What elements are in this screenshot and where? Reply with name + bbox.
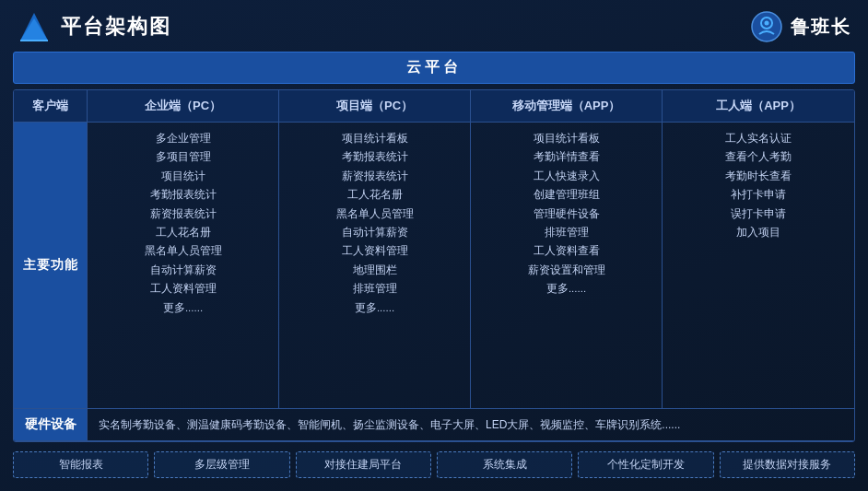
col-header-client: 客户端 [14,90,88,122]
list-item: 工人实名认证 [668,130,849,146]
col-header-enterprise: 企业端（PC） [88,90,279,122]
list-item: 更多...... [476,280,656,297]
list-item: 工人资料管理 [93,280,273,297]
tag-system-integration: 系统集成 [437,451,572,478]
col-headers: 客户端 企业端（PC） 项目端（PC） 移动管理端（APP） 工人端（APP） [14,90,854,123]
list-item: 考勤时长查看 [668,168,849,184]
list-item: 薪资报表统计 [93,205,273,222]
list-item: 考勤详情查看 [476,148,656,165]
list-item: 加入项目 [668,224,849,240]
list-item: 考勤报表统计 [93,186,273,203]
tag-custom-dev: 个性化定制开发 [578,451,713,478]
tag-multilevel: 多层级管理 [154,451,289,478]
tags-row: 智能报表 多层级管理 对接住建局平台 系统集成 个性化定制开发 提供数据对接服务 [13,448,855,482]
list-item: 排班管理 [285,280,464,297]
list-item: 自动计算薪资 [93,262,273,278]
brand-logo: 鲁班长 [750,10,851,43]
list-item: 补打卡申请 [668,186,849,203]
list-item: 地理围栏 [285,262,464,278]
list-item: 多项目管理 [93,148,273,165]
list-item: 管理硬件设备 [476,205,656,222]
list-item: 考勤报表统计 [285,148,464,165]
cloud-banner: 云平台 [13,52,855,84]
hardware-label: 硬件设备 [14,409,88,440]
list-item: 工人快速录入 [476,168,656,184]
header: 平台架构图 鲁班长 [13,9,855,44]
list-item: 项目统计看板 [476,130,656,146]
col-header-worker: 工人端（APP） [663,90,854,122]
brand-icon [750,10,783,43]
header-left: 平台架构图 [17,9,171,44]
list-item: 项目统计看板 [285,130,464,146]
list-item: 误打卡申请 [668,205,849,222]
enterprise-features: 多企业管理 多项目管理 项目统计 考勤报表统计 薪资报表统计 工人花名册 黑名单… [88,123,279,408]
col-header-mobile: 移动管理端（APP） [471,90,663,122]
svg-marker-1 [20,18,48,41]
list-item: 工人资料管理 [285,242,464,259]
brand-name: 鲁班长 [791,15,851,40]
list-item: 查看个人考勤 [668,148,849,165]
tag-connect-bureau: 对接住建局平台 [296,451,431,478]
list-item: 工人资料查看 [476,242,656,259]
list-item: 黑名单人员管理 [285,205,464,222]
features-row: 主要功能 多企业管理 多项目管理 项目统计 考勤报表统计 薪资报表统计 工人花名… [14,123,854,409]
page-container: 平台架构图 鲁班长 云平台 客户端 企业端（PC） 项目端（PC） 移动管理端（… [0,0,868,491]
list-item: 薪资设置和管理 [476,262,656,278]
svg-point-3 [752,12,781,41]
list-item: 工人花名册 [93,224,273,240]
hardware-row: 硬件设备 实名制考勤设备、测温健康码考勤设备、智能闸机、扬尘监测设备、电子大屏、… [14,409,854,441]
list-item: 多企业管理 [93,130,273,146]
project-features: 项目统计看板 考勤报表统计 薪资报表统计 工人花名册 黑名单人员管理 自动计算薪… [279,123,471,408]
main-table: 客户端 企业端（PC） 项目端（PC） 移动管理端（APP） 工人端（APP） … [13,89,855,442]
logo-icon [17,9,52,44]
list-item: 项目统计 [93,168,273,184]
list-item: 更多...... [93,299,273,316]
col-header-project: 项目端（PC） [279,90,471,122]
list-item: 排班管理 [476,224,656,240]
hardware-content: 实名制考勤设备、测温健康码考勤设备、智能闸机、扬尘监测设备、电子大屏、LED大屏… [88,409,854,440]
list-item: 自动计算薪资 [285,224,464,240]
tag-data-service: 提供数据对接服务 [720,451,855,478]
list-item: 黑名单人员管理 [93,242,273,259]
page-title: 平台架构图 [61,13,171,41]
worker-features: 工人实名认证 查看个人考勤 考勤时长查看 补打卡申请 误打卡申请 加入项目 [663,123,854,408]
list-item: 工人花名册 [285,186,464,203]
svg-point-5 [765,21,769,26]
tag-smart-report: 智能报表 [13,451,148,478]
list-item: 更多...... [285,299,464,316]
main-function-label: 主要功能 [14,123,88,408]
list-item: 创建管理班组 [476,186,656,203]
list-item: 薪资报表统计 [285,168,464,184]
mobile-features: 项目统计看板 考勤详情查看 工人快速录入 创建管理班组 管理硬件设备 排班管理 … [471,123,663,408]
